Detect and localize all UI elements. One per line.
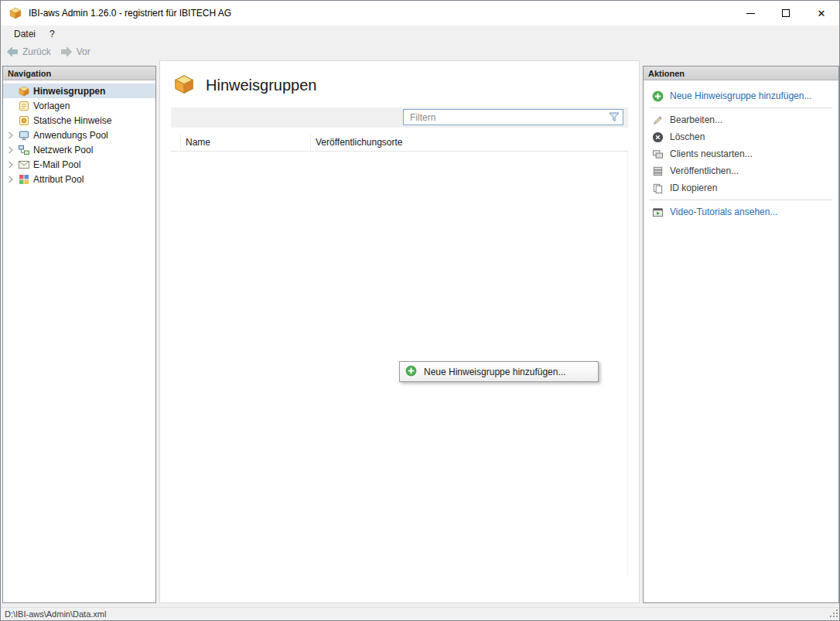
copy-icon <box>651 183 664 194</box>
nav-item-hinweisgruppen[interactable]: Hinweisgruppen <box>3 84 155 98</box>
forward-button[interactable]: Vor <box>60 46 90 57</box>
action-label: Clients neustarten... <box>670 148 753 159</box>
close-button[interactable]: ✕ <box>804 1 839 26</box>
page-title: Hinweisgruppen <box>206 77 316 94</box>
action-loeschen[interactable]: Löschen <box>644 128 838 145</box>
network-pool-icon <box>17 144 30 156</box>
navigation-toolbar: Zurück Vor <box>1 43 839 60</box>
maximize-button[interactable] <box>768 1 804 26</box>
close-icon: ✕ <box>818 9 826 19</box>
action-bearbeiten[interactable]: Bearbeiten... <box>644 111 838 128</box>
menu-item-help[interactable]: ? <box>43 27 62 41</box>
delete-icon <box>651 131 664 143</box>
nav-item-label: Hinweisgruppen <box>33 86 105 97</box>
attribute-pool-icon <box>17 173 30 186</box>
actions-separator <box>650 200 832 200</box>
video-icon <box>651 206 664 218</box>
application-pool-icon <box>17 129 30 142</box>
column-spacer <box>171 134 180 151</box>
template-icon <box>17 100 30 112</box>
notice-group-icon <box>17 85 30 97</box>
resize-grip[interactable] <box>828 608 838 619</box>
restart-clients-icon <box>651 148 664 160</box>
minimize-icon <box>746 13 755 14</box>
nav-item-netzwerk-pool[interactable]: Netzwerk Pool <box>3 142 155 157</box>
action-id-kopieren[interactable]: ID kopieren <box>644 179 838 196</box>
static-notice-icon <box>17 114 30 127</box>
nav-item-anwendungs-pool[interactable]: Anwendungs Pool <box>3 128 155 142</box>
status-file-path: D:\IBI-aws\Admin\Data.xml <box>5 609 106 619</box>
new-hinweisgruppe-floating-button[interactable]: Neue Hinweisgruppe hinzufügen... <box>399 361 599 382</box>
status-bar: D:\IBI-aws\Admin\Data.xml <box>1 607 839 620</box>
back-button[interactable]: Zurück <box>6 46 51 57</box>
title-bar: IBI-aws Admin 1.26.0 - registriert für I… <box>1 1 839 26</box>
nav-item-label: Anwendungs Pool <box>33 130 108 141</box>
nav-item-email-pool[interactable]: E-Mail Pool <box>3 157 155 172</box>
app-icon <box>9 6 22 20</box>
ibi-aws-admin-window: { "window": { "title": "IBI-aws Admin 1.… <box>0 0 840 621</box>
action-neue-hinweisgruppe[interactable]: Neue Hinweisgruppe hinzufügen... <box>644 87 838 104</box>
navigation-panel-header: Navigation <box>3 67 155 80</box>
edit-icon <box>651 114 664 126</box>
nav-item-vorlagen[interactable]: Vorlagen <box>3 98 155 113</box>
forward-button-label: Vor <box>77 46 90 57</box>
content-panel: Hinweisgruppen Name Veröffentlichungsort… <box>159 60 640 603</box>
filter-band <box>171 107 628 128</box>
action-label: Bearbeiten... <box>670 114 722 125</box>
actions-panel-header: Aktionen <box>644 67 838 80</box>
chevron-right-icon[interactable] <box>5 176 17 183</box>
filter-funnel-icon[interactable] <box>609 112 620 125</box>
chevron-right-icon[interactable] <box>5 161 17 169</box>
chevron-right-icon[interactable] <box>5 131 17 139</box>
action-label: Video-Tutorials ansehen... <box>670 206 777 217</box>
navigation-panel: Navigation Hinweisgruppen Vorlagen Stati… <box>2 66 156 603</box>
add-icon <box>651 90 664 102</box>
email-pool-icon <box>17 159 30 171</box>
nav-item-label: E-Mail Pool <box>33 159 80 170</box>
menu-bar: Datei ? <box>1 26 839 43</box>
menu-item-datei[interactable]: Datei <box>7 27 43 41</box>
forward-arrow-icon <box>60 46 73 57</box>
maximize-icon <box>782 9 790 17</box>
action-clients-neustarten[interactable]: Clients neustarten... <box>644 145 838 162</box>
column-header-name[interactable]: Name <box>180 134 310 151</box>
minimize-button[interactable] <box>732 1 768 26</box>
back-button-label: Zurück <box>22 46 51 57</box>
nav-item-label: Statische Hinweise <box>33 115 111 126</box>
publish-icon <box>651 165 664 177</box>
actions-list: Neue Hinweisgruppe hinzufügen... Bearbei… <box>644 80 838 220</box>
content-header: Hinweisgruppen <box>160 61 639 98</box>
action-label: Neue Hinweisgruppe hinzufügen... <box>670 90 811 101</box>
navigation-tree: Hinweisgruppen Vorlagen Statische Hinwei… <box>3 80 155 186</box>
notice-group-large-icon <box>172 73 196 98</box>
nav-item-label: Vorlagen <box>33 101 70 111</box>
nav-item-label: Netzwerk Pool <box>33 145 93 155</box>
nav-item-attribut-pool[interactable]: Attribut Pool <box>3 172 155 186</box>
column-header-veroeffentlichungsorte[interactable]: Veröffentlichungsorte <box>310 134 628 151</box>
filter-input[interactable] <box>403 109 623 125</box>
filter-field <box>403 109 623 125</box>
action-label: ID kopieren <box>670 183 717 193</box>
floating-button-label: Neue Hinweisgruppe hinzufügen... <box>424 367 565 377</box>
nav-item-statische-hinweise[interactable]: Statische Hinweise <box>3 113 155 128</box>
nav-item-label: Attribut Pool <box>33 174 84 185</box>
actions-separator <box>650 107 832 108</box>
back-arrow-icon <box>6 46 19 57</box>
window-controls: ✕ <box>732 1 839 26</box>
chevron-right-icon[interactable] <box>5 146 17 154</box>
action-video-tutorials[interactable]: Video-Tutorials ansehen... <box>644 203 838 220</box>
actions-panel: Aktionen Neue Hinweisgruppe hinzufügen..… <box>643 66 839 603</box>
add-icon <box>405 365 417 379</box>
action-label: Löschen <box>670 131 705 142</box>
action-label: Veröffentlichen... <box>670 165 739 176</box>
table-header: Name Veröffentlichungsorte <box>171 134 628 152</box>
action-veroeffentlichen[interactable]: Veröffentlichen... <box>644 162 838 179</box>
window-title: IBI-aws Admin 1.26.0 - registriert für I… <box>29 8 231 19</box>
